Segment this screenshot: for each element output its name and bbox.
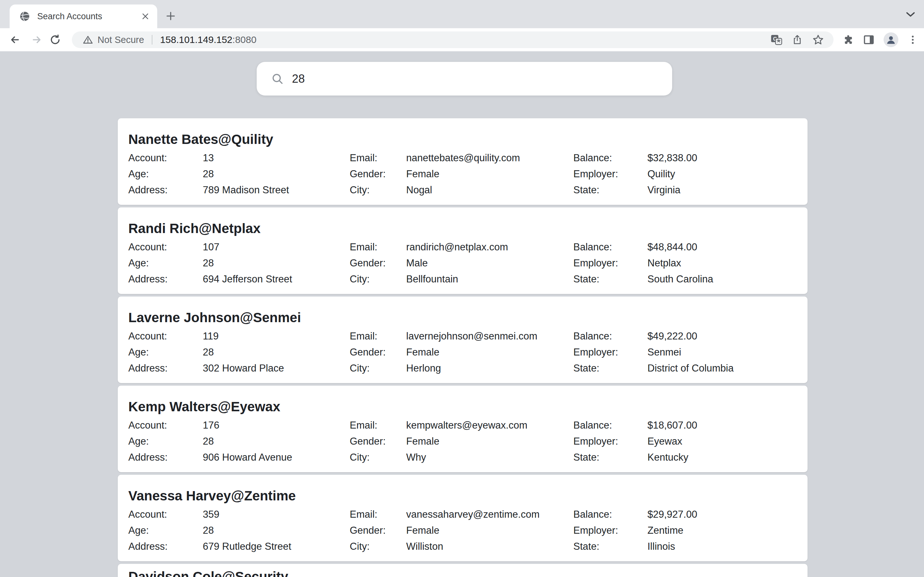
field-label: Account: <box>128 417 203 434</box>
field-row: Age:28 <box>128 522 350 538</box>
tab-strip: Search Accounts <box>0 0 924 28</box>
field-row: Age:28 <box>128 255 350 271</box>
not-secure-warning-icon[interactable] <box>83 35 93 45</box>
address-bar[interactable]: Not Secure 158.101.149.152:8080 G <box>72 31 834 48</box>
search-input[interactable]: 28 <box>257 62 672 95</box>
tab-overflow-chevron-icon[interactable] <box>904 9 917 20</box>
account-card: Vanessa Harvey@Zentime Account:359Age:28… <box>118 475 808 561</box>
field-value: kempwalters@eyewax.com <box>406 417 527 434</box>
field-row: Email:lavernejohnson@senmei.com <box>350 328 573 344</box>
field-label: State: <box>573 538 648 554</box>
field-value: $18,607.00 <box>648 417 697 434</box>
field-row: Employer:Senmei <box>573 344 808 360</box>
field-label: Gender: <box>350 434 406 450</box>
field-label: Account: <box>128 506 203 522</box>
account-card-body: Account:107Age:28Address:694 Jefferson S… <box>118 239 808 287</box>
account-card-body: Account:13Age:28Address:789 Madison Stre… <box>118 150 808 198</box>
field-value: Bellfountain <box>406 271 458 287</box>
field-row: City:Williston <box>350 538 573 554</box>
field-value: lavernejohnson@senmei.com <box>406 328 537 344</box>
profile-avatar[interactable] <box>884 32 898 47</box>
field-value: 28 <box>203 344 214 360</box>
account-card-title: Vanessa Harvey@Zentime <box>118 475 808 503</box>
field-value: Herlong <box>406 360 441 376</box>
field-row: Account:176 <box>128 417 350 434</box>
browser-menu-kebab-icon[interactable] <box>907 34 918 45</box>
results-list: Nanette Bates@Quility Account:13Age:28Ad… <box>118 118 808 577</box>
translate-icon[interactable]: G <box>771 34 782 45</box>
account-card: Kemp Walters@Eyewax Account:176Age:28Add… <box>118 386 808 472</box>
field-value: Female <box>406 344 439 360</box>
field-row: Employer:Netplax <box>573 255 808 271</box>
field-label: State: <box>573 271 648 287</box>
account-card-title: Nanette Bates@Quility <box>118 118 808 147</box>
field-value: 789 Madison Street <box>203 182 289 198</box>
field-row: Account:119 <box>128 328 350 344</box>
field-label: Employer: <box>573 255 648 271</box>
field-label: Email: <box>350 506 406 522</box>
forward-button[interactable] <box>29 32 45 47</box>
field-row: Age:28 <box>128 344 350 360</box>
field-value: 28 <box>203 255 214 271</box>
field-row: Employer:Quility <box>573 166 808 182</box>
field-value: District of Columbia <box>648 360 734 376</box>
search-magnifier-icon <box>271 72 284 85</box>
field-value: $32,838.00 <box>648 150 697 166</box>
tab-close-icon[interactable] <box>141 12 150 21</box>
not-secure-label[interactable]: Not Secure <box>97 35 144 45</box>
field-label: Email: <box>350 328 406 344</box>
field-value: Female <box>406 522 439 538</box>
bookmark-star-icon[interactable] <box>813 34 824 45</box>
url-port: :8080 <box>232 34 256 45</box>
field-label: Email: <box>350 239 406 255</box>
field-row: State:South Carolina <box>573 271 808 287</box>
field-label: City: <box>350 360 406 376</box>
field-label: Gender: <box>350 255 406 271</box>
page-content: 28 Nanette Bates@Quility Account:13Age:2… <box>0 51 924 577</box>
new-tab-button[interactable] <box>162 7 179 25</box>
field-label: City: <box>350 271 406 287</box>
field-row: Email:nanettebates@quility.com <box>350 150 573 166</box>
reload-button[interactable] <box>47 32 63 47</box>
field-label: City: <box>350 450 406 466</box>
field-row: State:District of Columbia <box>573 360 808 376</box>
field-label: Balance: <box>573 506 648 522</box>
field-value: randirich@netplax.com <box>406 239 508 255</box>
share-icon[interactable] <box>792 34 803 45</box>
field-label: Employer: <box>573 434 648 450</box>
field-row: Gender:Female <box>350 344 573 360</box>
field-value: Male <box>406 255 428 271</box>
account-card-title: Kemp Walters@Eyewax <box>118 386 808 414</box>
field-row: City:Nogal <box>350 182 573 198</box>
field-value: $48,844.00 <box>648 239 697 255</box>
browser-toolbar: Not Secure 158.101.149.152:8080 G <box>0 28 924 51</box>
account-card-body: Account:176Age:28Address:906 Howard Aven… <box>118 417 808 466</box>
field-row: City:Bellfountain <box>350 271 573 287</box>
field-label: Balance: <box>573 328 648 344</box>
field-value: Quility <box>648 166 675 182</box>
field-row: Gender:Female <box>350 434 573 450</box>
side-panel-icon[interactable] <box>863 34 875 45</box>
field-row: Address:679 Rutledge Street <box>128 538 350 554</box>
field-row: Address:694 Jefferson Street <box>128 271 350 287</box>
field-value: vanessaharvey@zentime.com <box>406 506 540 522</box>
field-value: 176 <box>203 417 220 434</box>
field-row: Email:randirich@netplax.com <box>350 239 573 255</box>
browser-tab[interactable]: Search Accounts <box>10 5 157 28</box>
field-label: State: <box>573 450 648 466</box>
field-row: State:Illinois <box>573 538 808 554</box>
field-value: Netplax <box>648 255 681 271</box>
extensions-puzzle-icon[interactable] <box>843 34 854 45</box>
field-row: Employer:Eyewax <box>573 434 808 450</box>
field-label: Address: <box>128 450 203 466</box>
field-value: Why <box>406 450 426 466</box>
field-label: Age: <box>128 166 203 182</box>
field-label: Employer: <box>573 344 648 360</box>
account-card-title: Laverne Johnson@Senmei <box>118 297 808 325</box>
account-card-body: Account:119Age:28Address:302 Howard Plac… <box>118 328 808 376</box>
back-button[interactable] <box>7 32 23 47</box>
field-value: $49,222.00 <box>648 328 697 344</box>
url-text[interactable]: 158.101.149.152:8080 <box>160 34 256 45</box>
field-label: Address: <box>128 360 203 376</box>
field-row: Gender:Female <box>350 166 573 182</box>
